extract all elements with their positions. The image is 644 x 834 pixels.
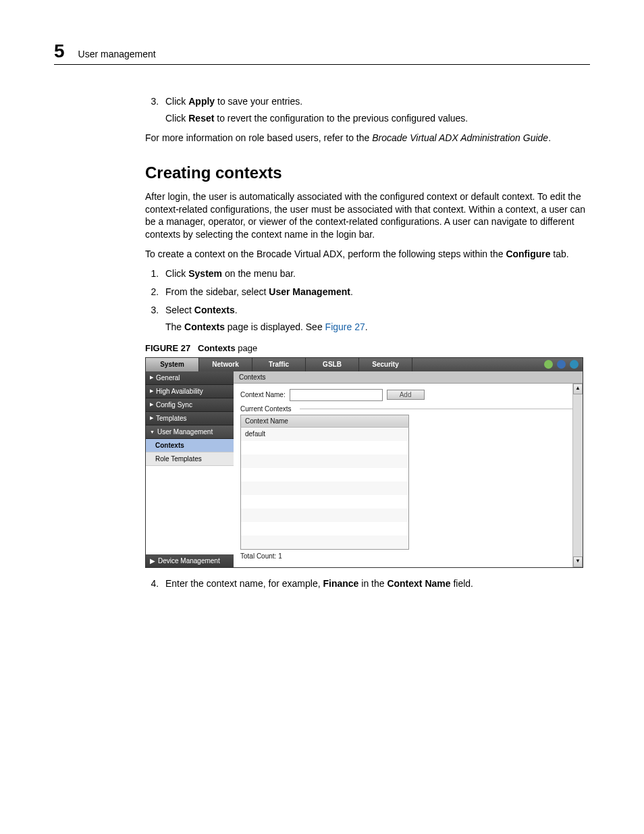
step-3-sub: Click Reset to revert the configuration … [165, 112, 590, 125]
cc3s-d: . [365, 321, 368, 332]
cc3s-c: page is displayed. See [225, 321, 325, 332]
table-row[interactable] [241, 454, 409, 468]
cc3s-a: The [165, 321, 184, 332]
context-name-field-label: Context Name [387, 578, 450, 589]
screenshot-contexts-page: System Network Traffic GSLB Security ▶Ge… [145, 357, 583, 568]
page-header: 5 User management [54, 41, 590, 65]
step-3-text-b: to save your entries. [215, 96, 302, 107]
cc4-a: Enter the context name, for example, [165, 578, 323, 589]
page: 5 User management Click Apply to save yo… [0, 0, 644, 834]
cc3-c: . [235, 305, 238, 315]
sidebar-item-templates[interactable]: ▶Templates [146, 412, 234, 425]
chevron-right-icon: ▶ [150, 375, 153, 380]
table-row[interactable] [241, 441, 409, 454]
sidebar-sub-role-templates[interactable]: Role Templates [146, 452, 234, 466]
top-nav-fill [412, 358, 540, 371]
tab-gslb[interactable]: GSLB [306, 358, 359, 371]
sidebar-label: Config Sync [156, 401, 192, 409]
sidebar-item-user-management[interactable]: ▼User Management [146, 425, 234, 439]
table-cell [241, 468, 409, 481]
chapter-number: 5 [54, 41, 65, 62]
section-p1: After login, the user is automatically a… [145, 190, 590, 242]
step-3: Click Apply to save your entries. Click … [161, 95, 590, 125]
table-row[interactable] [241, 495, 409, 509]
p2-a: To create a context on the Brocade Virtu… [145, 249, 506, 259]
add-button[interactable]: Add [387, 390, 425, 400]
total-count: Total Count: 1 [240, 552, 576, 560]
figure-label: FIGURE 27 [145, 343, 190, 353]
sidebar-item-device-management[interactable]: ▶Device Management [146, 554, 234, 567]
step-3b-b: to revert the configuration to the previ… [214, 113, 468, 124]
tab-security[interactable]: Security [359, 358, 412, 371]
sidebar-label: High Availability [156, 388, 203, 395]
table-cell [241, 536, 409, 550]
sidebar-item-high-availability[interactable]: ▶High Availability [146, 385, 234, 398]
table-row[interactable] [241, 522, 409, 536]
table-cell [241, 522, 409, 536]
cc1-c: on the menu bar. [222, 268, 296, 279]
chevron-down-icon: ▼ [150, 429, 155, 434]
more-info-paragraph: For more information on role based users… [145, 132, 590, 145]
system-label: System [188, 268, 222, 279]
cc-step-3: Select Contexts. The Contexts page is di… [161, 304, 590, 334]
sidebar-label: General [156, 374, 180, 382]
table-header-context-name[interactable]: Context Name [241, 415, 409, 427]
shot-body: ▶General ▶High Availability ▶Config Sync… [146, 371, 583, 567]
sidebar-fill [146, 466, 234, 554]
header-title: User management [78, 49, 156, 59]
cc3-sub: The Contexts page is displayed. See Figu… [165, 321, 590, 334]
guide-title: Brocade Virtual ADX Administration Guide [372, 132, 548, 143]
figure-ref-link[interactable]: Figure 27 [325, 321, 365, 332]
scroll-up-icon[interactable]: ▲ [573, 384, 583, 394]
sidebar-item-config-sync[interactable]: ▶Config Sync [146, 398, 234, 412]
cc-step-2: From the sidebar, select User Management… [161, 286, 590, 298]
contexts-table: Context Name default [240, 415, 409, 550]
cc-step-4: Enter the context name, for example, Fin… [161, 577, 590, 590]
configure-label: Configure [506, 249, 550, 259]
table-cell [241, 454, 409, 468]
main-inner: Context Name: Add Current Contexts Conte… [234, 384, 583, 567]
refresh-icon[interactable] [544, 360, 553, 369]
context-name-input[interactable] [290, 389, 383, 401]
apply-label: Apply [188, 96, 215, 107]
create-context-steps: Click System on the menu bar. From the s… [145, 267, 590, 334]
step-3-text-a: Click [165, 96, 188, 107]
table-row[interactable] [241, 509, 409, 522]
step-3b-a: Click [165, 113, 188, 124]
save-icon[interactable] [557, 360, 566, 369]
contexts-label: Contexts [194, 305, 235, 315]
top-icons [540, 358, 583, 371]
body-column: Click Apply to save your entries. Click … [145, 95, 590, 590]
scrollbar[interactable]: ▲ ▼ [572, 384, 583, 567]
help-icon[interactable] [570, 360, 579, 369]
tab-system[interactable]: System [146, 358, 199, 371]
sidebar-item-general[interactable]: ▶General [146, 371, 234, 385]
more-info-a: For more information on role based users… [145, 132, 372, 143]
context-name-label: Context Name: [240, 391, 286, 398]
table-row[interactable]: default [241, 427, 409, 441]
sidebar-label: Templates [156, 415, 187, 422]
figure-title-rest: page [236, 343, 258, 353]
tab-traffic[interactable]: Traffic [252, 358, 306, 371]
reset-label: Reset [188, 113, 214, 124]
scroll-down-icon[interactable]: ▼ [573, 556, 583, 567]
table-row[interactable] [241, 481, 409, 495]
sidebar: ▶General ▶High Availability ▶Config Sync… [146, 371, 234, 567]
tab-network[interactable]: Network [199, 358, 252, 371]
table-row[interactable] [241, 468, 409, 481]
cc4-c: in the [358, 578, 387, 589]
table-cell: default [241, 427, 409, 441]
section-p2: To create a context on the Brocade Virtu… [145, 248, 590, 261]
table-row[interactable] [241, 536, 409, 550]
figure-caption: FIGURE 27 Contexts page [145, 343, 590, 353]
sidebar-sub-contexts[interactable]: Contexts [146, 439, 234, 452]
user-mgmt-label: User Management [269, 286, 350, 297]
p2-b: tab. [550, 249, 568, 259]
prior-steps-list: Click Apply to save your entries. Click … [145, 95, 590, 125]
main-panel: Contexts Context Name: Add Current Conte… [234, 371, 583, 567]
top-nav: System Network Traffic GSLB Security [146, 358, 583, 371]
chevron-right-icon: ▶ [150, 415, 153, 421]
chevron-right-icon: ▶ [150, 402, 153, 407]
current-contexts-label: Current Contexts [240, 405, 576, 413]
context-name-row: Context Name: Add [240, 389, 576, 401]
